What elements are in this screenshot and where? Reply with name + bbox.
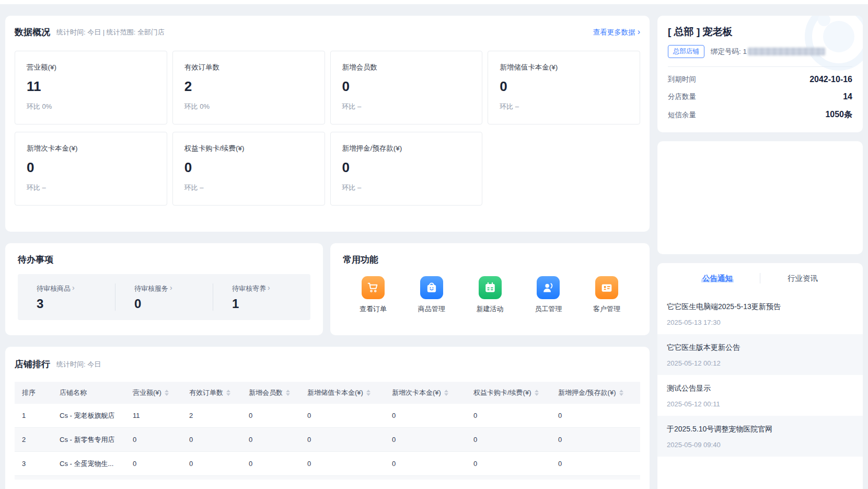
- row-label: 到期时间: [668, 75, 696, 84]
- stat-value: 0: [27, 160, 155, 176]
- chevron-right-icon: [170, 285, 172, 292]
- stat-compare: 环比 –: [27, 183, 155, 192]
- function-label: 员工管理: [531, 304, 565, 314]
- tab-industry-news[interactable]: 行业资讯: [760, 274, 845, 283]
- cell-times: 0: [385, 436, 466, 443]
- stat-label: 新增会员数: [342, 63, 471, 72]
- bound-phone-label: 绑定号码: 1: [711, 47, 825, 56]
- ranking-table: 排序 店铺名称 营业额(¥) 有效订单数 新增会员数 新增储值卡本金(¥) 新增…: [15, 382, 640, 480]
- stat-grid: 营业额(¥) 11 环比 0% 有效订单数 2 环比 0% 新增会员数 0 环比…: [15, 51, 640, 206]
- ranking-subtitle: 统计时间: 今日: [56, 360, 101, 369]
- column-header-revenue[interactable]: 营业额(¥): [125, 388, 182, 397]
- news-date: 2025-05-12 00:11: [667, 400, 853, 408]
- column-header-members[interactable]: 新增会员数: [241, 388, 300, 397]
- column-header-stored-card[interactable]: 新增储值卡本金(¥): [300, 388, 385, 397]
- sort-icon[interactable]: [286, 390, 290, 396]
- todo-value: 3: [37, 297, 115, 311]
- table-row-partial: [15, 476, 640, 480]
- news-item[interactable]: 它它医生版本更新公告 2025-05-12 00:12: [657, 334, 863, 375]
- function-staff-management[interactable]: 员工管理: [531, 276, 565, 314]
- chevron-right-icon: [72, 285, 75, 292]
- cell-rights: 0: [466, 460, 551, 468]
- row-label: 分店数量: [668, 92, 696, 101]
- top-bar: [0, 0, 868, 4]
- shop-name: [ 总部 ] 宠老板: [668, 25, 852, 39]
- view-more-data-label: 查看更多数据: [593, 28, 635, 37]
- id-card-icon: [595, 276, 618, 299]
- stat-label: 营业额(¥): [27, 63, 155, 72]
- staff-icon: [537, 276, 560, 299]
- shop-type-badge: 总部店铺: [668, 45, 704, 58]
- sort-icon[interactable]: [535, 390, 539, 396]
- profile-row-branches: 分店数量 14: [668, 92, 852, 101]
- masked-phone-number: [748, 48, 825, 55]
- placeholder-card: [657, 141, 863, 254]
- news-title: 于2025.5.10号调整宠物医院官网: [667, 425, 853, 434]
- stat-compare: 环比 –: [500, 102, 628, 111]
- stat-value: 0: [342, 160, 471, 176]
- stat-card-rights-card: 权益卡购卡/续费(¥) 0 环比 –: [172, 132, 325, 206]
- function-new-activity[interactable]: 新建活动: [473, 276, 507, 314]
- cell-revenue: 0: [125, 436, 182, 443]
- data-overview-card: 数据概况 统计时间: 今日 | 统计范围: 全部门店 查看更多数据 营业额(¥)…: [5, 16, 650, 232]
- table-header-row: 排序 店铺名称 营业额(¥) 有效订单数 新增会员数 新增储值卡本金(¥) 新增…: [15, 382, 640, 404]
- overview-title: 数据概况: [15, 26, 50, 38]
- sort-icon[interactable]: [165, 390, 169, 396]
- sort-icon[interactable]: [366, 390, 371, 396]
- stat-compare: 环比 –: [342, 183, 471, 192]
- news-title: 测试公告显示: [667, 384, 853, 393]
- tab-announcements[interactable]: 公告通知: [675, 274, 760, 283]
- row-label: 短信余量: [668, 110, 696, 120]
- news-item[interactable]: 测试公告显示 2025-05-12 00:11: [657, 375, 863, 416]
- todo-label: 待审核服务: [134, 284, 168, 293]
- view-more-data-link[interactable]: 查看更多数据: [593, 28, 640, 37]
- stat-card-orders: 有效订单数 2 环比 0%: [172, 51, 325, 124]
- cell-rank: 3: [15, 460, 52, 468]
- column-header-times-card[interactable]: 新增次卡本金(¥): [385, 388, 466, 397]
- cell-deposit: 0: [551, 412, 640, 419]
- todo-goods-link[interactable]: 待审核商品: [37, 284, 75, 293]
- todo-boarding-link[interactable]: 待审核寄养: [232, 284, 270, 293]
- column-header-deposit[interactable]: 新增押金/预存款(¥): [551, 388, 640, 397]
- stat-card-deposit: 新增押金/预存款(¥) 0 环比 –: [330, 132, 483, 206]
- chevron-right-icon: [638, 28, 640, 37]
- function-view-orders[interactable]: 查看订单: [356, 276, 390, 314]
- todo-services-link[interactable]: 待审核服务: [134, 284, 172, 293]
- todo-item-services: 待审核服务 0: [115, 283, 213, 311]
- sort-icon[interactable]: [444, 390, 448, 396]
- cell-members: 0: [241, 412, 300, 419]
- cell-rank: 2: [15, 436, 52, 443]
- dashboard: 数据概况 统计时间: 今日 | 统计范围: 全部门店 查看更多数据 营业额(¥)…: [0, 4, 868, 489]
- news-item[interactable]: 它它医生电脑端2025-5-13更新预告 2025-05-13 17:30: [657, 293, 863, 334]
- calendar-icon: [479, 276, 502, 299]
- news-tabs: 公告通知 行业资讯: [657, 263, 863, 293]
- column-header-rights-card[interactable]: 权益卡购卡/续费(¥): [466, 388, 551, 397]
- function-customer-management[interactable]: 客户管理: [590, 276, 623, 314]
- todo-value: 0: [134, 297, 213, 311]
- function-label: 新建活动: [473, 304, 507, 314]
- column-header-orders[interactable]: 有效订单数: [182, 388, 241, 397]
- sort-icon[interactable]: [619, 390, 623, 396]
- shop-profile-card: [ 总部 ] 宠老板 总部店铺 绑定号码: 1 到期时间 2042-10-16 …: [657, 16, 863, 132]
- news-title: 它它医生版本更新公告: [667, 343, 853, 352]
- announcements-card: 公告通知 行业资讯 它它医生电脑端2025-5-13更新预告 2025-05-1…: [657, 263, 863, 489]
- news-item[interactable]: 于2025.5.10号调整宠物医院官网 2025-05-09 09:40: [657, 416, 863, 457]
- column-header-rank: 排序: [15, 388, 52, 397]
- row-value: 14: [843, 92, 852, 101]
- row-value: 1050条: [825, 109, 852, 120]
- stat-card-stored-card: 新增储值卡本金(¥) 0 环比 –: [488, 51, 640, 124]
- stat-value: 11: [27, 78, 155, 95]
- functions-title: 常用功能: [343, 254, 637, 266]
- sort-icon[interactable]: [226, 390, 230, 396]
- todo-label: 待审核寄养: [232, 284, 266, 293]
- stat-label: 有效订单数: [184, 63, 313, 72]
- stat-value: 0: [500, 78, 628, 95]
- common-functions-card: 常用功能 查看订单 商品管理: [330, 243, 650, 335]
- cart-icon: [362, 276, 385, 299]
- stat-card-new-members: 新增会员数 0 环比 –: [330, 51, 483, 124]
- function-label: 查看订单: [356, 304, 390, 314]
- function-goods-management[interactable]: 商品管理: [415, 276, 448, 314]
- function-label: 客户管理: [590, 304, 623, 314]
- stat-label: 新增次卡本金(¥): [27, 144, 155, 153]
- cell-deposit: 0: [551, 460, 640, 468]
